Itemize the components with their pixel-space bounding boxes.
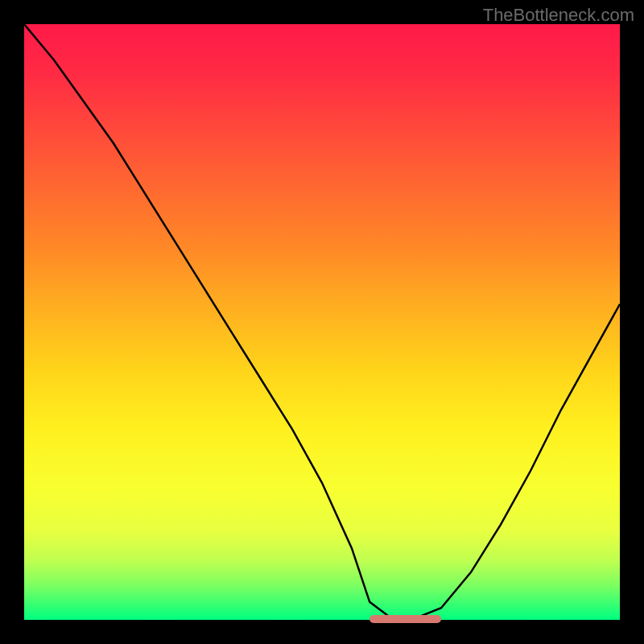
chart-plot-area (24, 24, 620, 620)
bottleneck-curve (24, 24, 620, 620)
optimal-range-marker (369, 615, 441, 623)
watermark-text: TheBottleneck.com (483, 5, 634, 26)
